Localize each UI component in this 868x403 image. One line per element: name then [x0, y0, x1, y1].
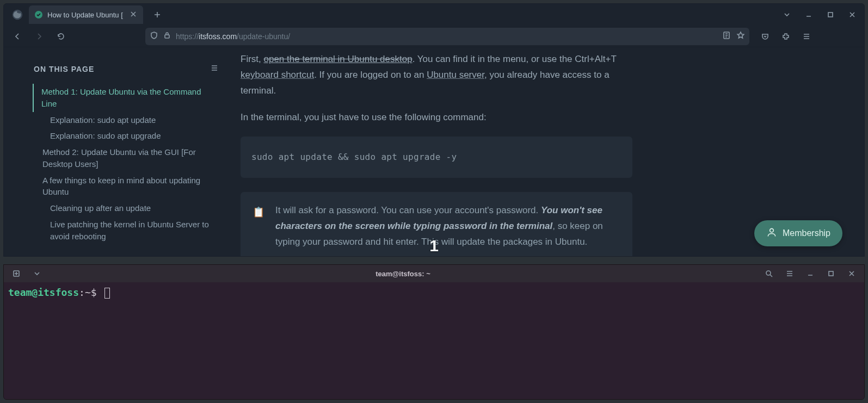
tab-title: How to Update Ubuntu [: [47, 11, 123, 19]
pocket-icon[interactable]: [757, 28, 773, 45]
clipboard-icon: 📋: [253, 204, 264, 250]
tab-strip: How to Update Ubuntu [: [4, 4, 864, 26]
reload-button[interactable]: [53, 28, 69, 45]
lock-icon: [163, 31, 171, 41]
terminal-maximize-button[interactable]: [823, 265, 839, 282]
toc-item[interactable]: Cleaning up after an update: [34, 200, 219, 216]
window-maximize-button[interactable]: [823, 7, 838, 22]
code-text: sudo apt update && sudo apt upgrade -y: [251, 152, 457, 162]
back-button[interactable]: [9, 28, 26, 45]
toc-toggle-icon[interactable]: [210, 64, 219, 74]
article-text: First,: [241, 54, 264, 64]
firefox-logo-icon: [11, 9, 23, 21]
browser-window: How to Update Ubuntu [: [3, 3, 865, 257]
terminal-titlebar: team@itsfoss: ~: [4, 265, 864, 282]
tab-favicon-icon: [34, 10, 43, 19]
toc-item[interactable]: Method 1: Update Ubuntu via the Command …: [33, 84, 219, 112]
extensions-icon[interactable]: [778, 28, 794, 45]
membership-label: Membership: [783, 228, 830, 238]
new-tab-button[interactable]: [149, 6, 166, 23]
overlay-step-number: 1: [429, 237, 439, 255]
terminal-window: team@itsfoss: ~ team@itsf: [3, 264, 865, 400]
reader-mode-icon[interactable]: [722, 31, 731, 41]
url-text: https://itsfoss.com/update-ubuntu/: [176, 32, 718, 41]
window-close-button[interactable]: [845, 7, 860, 22]
code-block[interactable]: sudo apt update && sudo apt upgrade -y: [241, 137, 632, 178]
article-body: First, open the terminal in Ubuntu deskt…: [241, 64, 632, 256]
terminal-title: team@itsfoss: ~: [45, 270, 761, 278]
terminal-prompt-path: ~: [85, 287, 91, 298]
bookmark-star-icon[interactable]: [736, 31, 745, 41]
svg-rect-2: [828, 13, 833, 17]
forward-button[interactable]: [31, 28, 47, 45]
table-of-contents: ON THIS PAGE Method 1: Update Ubuntu via…: [34, 64, 219, 256]
shield-icon: [150, 31, 158, 41]
terminal-body[interactable]: team@itsfoss:~$: [4, 282, 864, 399]
svg-point-7: [766, 271, 771, 275]
page-content: ON THIS PAGE Method 1: Update Ubuntu via…: [4, 47, 864, 256]
terminal-prompt-dollar: $: [91, 287, 97, 298]
terminal-close-button[interactable]: [844, 265, 860, 282]
link-open-terminal[interactable]: open the terminal in Ubuntu desktop: [264, 54, 413, 64]
terminal-prompt-user: team@itsfoss: [8, 287, 79, 298]
terminal-cursor: [104, 288, 110, 299]
app-menu-icon[interactable]: [798, 28, 815, 45]
svg-rect-8: [829, 271, 833, 276]
svg-point-5: [770, 228, 774, 232]
person-icon: [766, 227, 777, 240]
window-minimize-button[interactable]: [801, 7, 816, 22]
callout-text: It will ask for a password. You can use …: [275, 205, 541, 215]
list-all-tabs-button[interactable]: [779, 7, 795, 22]
terminal-tab-menu-button[interactable]: [29, 265, 45, 282]
link-keyboard-shortcut[interactable]: keyboard shortcut: [241, 70, 314, 80]
toc-item[interactable]: Explanation: sudo apt upgrade: [34, 128, 219, 144]
toc-item[interactable]: Explanation: sudo apt update: [34, 112, 219, 128]
article-text: . If you are logged on to an: [314, 70, 427, 80]
toc-item[interactable]: Method 2: Update Ubuntu via the GUI [For…: [34, 144, 219, 172]
terminal-search-button[interactable]: [761, 265, 777, 282]
terminal-new-tab-button[interactable]: [8, 265, 24, 282]
terminal-menu-button[interactable]: [781, 265, 798, 282]
nav-toolbar: https://itsfoss.com/update-ubuntu/: [4, 26, 864, 47]
toc-item[interactable]: A few things to keep in mind about updat…: [34, 172, 219, 201]
svg-rect-3: [165, 35, 169, 38]
link-ubuntu-server[interactable]: Ubuntu server: [427, 70, 484, 80]
tab-close-button[interactable]: [129, 10, 138, 20]
article-text: . You can find it in the menu, or use th…: [413, 54, 617, 64]
toc-item[interactable]: Live patching the kernel in Ubuntu Serve…: [34, 216, 219, 245]
browser-tab[interactable]: How to Update Ubuntu [: [29, 5, 143, 24]
article-paragraph: In the terminal, you just have to use th…: [241, 110, 632, 126]
toc-title: ON THIS PAGE: [34, 65, 94, 73]
url-bar[interactable]: https://itsfoss.com/update-ubuntu/: [145, 28, 749, 45]
terminal-prompt-sep: :: [79, 287, 85, 298]
terminal-minimize-button[interactable]: [802, 265, 818, 282]
membership-button[interactable]: Membership: [754, 220, 842, 246]
